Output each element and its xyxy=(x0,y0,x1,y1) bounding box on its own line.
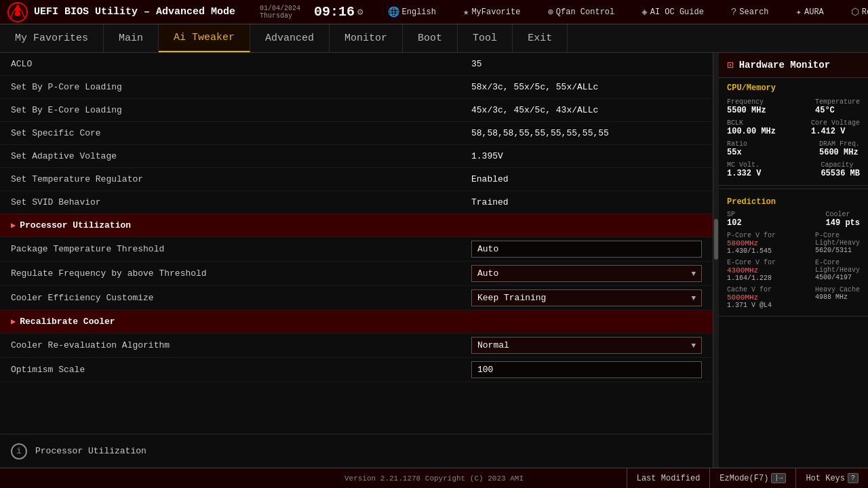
hw-temp-item: Temperature 45°C xyxy=(815,98,860,115)
setting-aclo[interactable]: ACLO 35 xyxy=(0,53,713,76)
svg-point-2 xyxy=(15,11,20,16)
hw-cache-v-value: 1.371 V @L4 xyxy=(727,302,772,309)
lang-btn[interactable]: 🌐 English xyxy=(385,5,439,19)
hw-pcore-lh-label2: Light/Heavy xyxy=(815,239,860,247)
setting-cooler-reval[interactable]: Cooler Re-evaluation Algorithm Normal ▼ xyxy=(0,333,713,358)
hw-ecore-freq: 4300MHz xyxy=(727,266,776,274)
hw-mc-value: 1.332 V xyxy=(727,169,761,178)
hw-monitor-title: Hardware Monitor xyxy=(739,60,830,70)
hw-ecore-row: E-Core V for 4300MHz 1.164/1.228 E-Core … xyxy=(727,259,860,282)
cooler-eff-dropdown[interactable]: Keep Training ▼ xyxy=(471,289,702,306)
cooler-reval-dropdown[interactable]: Normal ▼ xyxy=(471,337,702,354)
hw-cpu-memory-section: CPU/Memory Frequency 5500 MHz Temperatur… xyxy=(719,78,868,186)
tab-boot-label: Boot xyxy=(418,33,442,44)
time-display: 09:16 ⚙ xyxy=(314,4,363,20)
aura-label: AURA xyxy=(804,7,824,17)
setting-pcore[interactable]: Set By P-Core Loading 58x/3c, 55x/5c, 55… xyxy=(0,76,713,99)
hw-cache-v-label: Cache V for xyxy=(727,286,772,293)
myfav-label: MyFavorite xyxy=(471,7,520,17)
tab-myfav[interactable]: My Favorites xyxy=(0,24,104,52)
setting-adaptive-voltage-value: 1.395V xyxy=(471,151,702,161)
setting-adaptive-voltage-label: Set Adaptive Voltage xyxy=(11,151,471,161)
setting-aclo-value: 35 xyxy=(471,59,702,69)
settings-list: ACLO 35 Set By P-Core Loading 58x/3c, 55… xyxy=(0,53,713,434)
hw-monitor-icon: ⊡ xyxy=(727,58,734,72)
hw-bclk-item: BCLK 100.00 MHz xyxy=(727,119,776,136)
setting-reg-freq-label: Regulate Frequency by above Threshold xyxy=(11,268,471,279)
section-recal-cooler-label: ▶ Recalibrate Cooler xyxy=(11,317,702,327)
hw-prediction-title: Prediction xyxy=(727,197,860,207)
hw-cooler-label: Cooler xyxy=(826,211,860,218)
hw-bclk-value: 100.00 MHz xyxy=(727,127,776,136)
hw-dram-label: DRAM Freq. xyxy=(819,140,860,148)
hw-heavy-cache-item: Heavy Cache 4988 MHz xyxy=(815,286,860,309)
tab-advanced[interactable]: Advanced xyxy=(250,24,330,52)
scrollbar-thumb[interactable] xyxy=(714,219,718,260)
hw-cache-freq: 5000MHz xyxy=(727,293,772,302)
section-processor-util-label: ▶ Processor Utilization xyxy=(11,220,702,230)
setting-ecore[interactable]: Set By E-Core Loading 45x/3c, 45x/5c, 43… xyxy=(0,99,713,122)
setting-optimism[interactable]: Optimism Scale 100 xyxy=(0,358,713,382)
ezmode-btn[interactable]: EzMode(F7) |→ xyxy=(709,468,795,488)
aura-btn[interactable]: ✦ AURA xyxy=(793,5,827,19)
hw-ecore-lh-label2: Light/Heavy xyxy=(815,266,860,274)
aioc-btn[interactable]: ◈ AI OC Guide xyxy=(639,5,707,19)
hw-ratio-dram-row: Ratio 55x DRAM Freq. 5600 MHz xyxy=(727,140,860,157)
setting-temp-reg-value: Enabled xyxy=(471,174,702,184)
setting-reg-freq[interactable]: Regulate Frequency by above Threshold Au… xyxy=(0,262,713,286)
hw-pcore-lh-value: 5620/5311 xyxy=(815,247,860,254)
arrow-recal-icon: ▶ xyxy=(11,317,16,327)
tab-main[interactable]: Main xyxy=(104,24,159,52)
scrollbar[interactable] xyxy=(713,53,719,468)
setting-specific-core[interactable]: Set Specific Core 58,58,58,55,55,55,55,5… xyxy=(0,122,713,145)
hw-mc-cap-row: MC Volt. 1.332 V Capacity 65536 MB xyxy=(727,161,860,178)
tab-aitweaker[interactable]: Ai Tweaker xyxy=(159,24,250,52)
globe-icon: 🌐 xyxy=(388,6,399,18)
section-recal-cooler[interactable]: ▶ Recalibrate Cooler xyxy=(0,310,713,333)
hw-cv-value: 1.412 V xyxy=(811,127,860,136)
rog-logo xyxy=(7,1,28,23)
hw-cv-label: Core Voltage xyxy=(811,119,860,127)
optimism-input[interactable]: 100 xyxy=(471,361,702,378)
hw-sp-label: SP xyxy=(727,211,742,218)
hw-cap-value: 65536 MB xyxy=(821,169,860,178)
setting-ecore-value: 45x/3c, 45x/5c, 43x/ALLc xyxy=(471,105,702,115)
hw-heavy-cache-label: Heavy Cache xyxy=(815,286,860,293)
tab-main-label: Main xyxy=(119,33,143,44)
tab-monitor[interactable]: Monitor xyxy=(330,24,403,52)
search-btn[interactable]: ? Search xyxy=(728,5,772,19)
date-display: 01/04/2024 xyxy=(260,5,300,12)
pkg-temp-input[interactable]: Auto xyxy=(471,241,702,258)
footer-version: Version 2.21.1278 Copyright (C) 2023 AMI xyxy=(344,474,524,483)
info-text: Processor Utilization xyxy=(35,446,146,456)
setting-svid[interactable]: Set SVID Behavior Trained xyxy=(0,191,713,214)
setting-adaptive-voltage[interactable]: Set Adaptive Voltage 1.395V xyxy=(0,145,713,168)
last-modified-btn[interactable]: Last Modified xyxy=(627,468,710,488)
setting-specific-core-label: Set Specific Core xyxy=(11,128,471,138)
logo-area: UEFI BIOS Utility – Advanced Mode xyxy=(7,1,235,23)
hw-divider xyxy=(719,188,868,189)
hotkeys-label: Hot Keys xyxy=(806,474,845,483)
setting-cooler-eff-label: Cooler Efficiency Customize xyxy=(11,293,471,303)
setting-pkg-temp[interactable]: Package Temperature Threshold Auto xyxy=(0,237,713,262)
reg-freq-dropdown[interactable]: Auto ▼ xyxy=(471,265,702,282)
setting-cooler-eff[interactable]: Cooler Efficiency Customize Keep Trainin… xyxy=(0,286,713,310)
setting-cooler-eff-value: Keep Training ▼ xyxy=(471,289,702,306)
section-processor-util[interactable]: ▶ Processor Utilization xyxy=(0,214,713,237)
hw-ratio-item: Ratio 55x xyxy=(727,140,747,157)
hw-bclk-label: BCLK xyxy=(727,119,776,127)
time-value: 09:16 xyxy=(314,4,355,20)
hw-pcore-row: P-Core V for 5800MHz 1.430/1.545 P-Core … xyxy=(727,232,860,255)
tab-tool[interactable]: Tool xyxy=(458,24,513,52)
hw-sp-value: 102 xyxy=(727,218,742,228)
qfan-btn[interactable]: ⊛ Qfan Control xyxy=(545,5,617,19)
tab-boot[interactable]: Boot xyxy=(403,24,458,52)
hotkeys-btn[interactable]: Hot Keys ? xyxy=(795,468,868,488)
myfav-btn[interactable]: ★ MyFavorite xyxy=(460,5,523,19)
resize-btn[interactable]: ⬡ ReSize BAR xyxy=(848,5,868,19)
gear-icon[interactable]: ⚙ xyxy=(357,6,363,18)
tab-exit[interactable]: Exit xyxy=(513,24,568,52)
setting-temp-reg[interactable]: Set Temperature Regulator Enabled xyxy=(0,168,713,191)
hw-ratio-value: 55x xyxy=(727,148,747,157)
tab-aitweaker-label: Ai Tweaker xyxy=(174,32,235,43)
